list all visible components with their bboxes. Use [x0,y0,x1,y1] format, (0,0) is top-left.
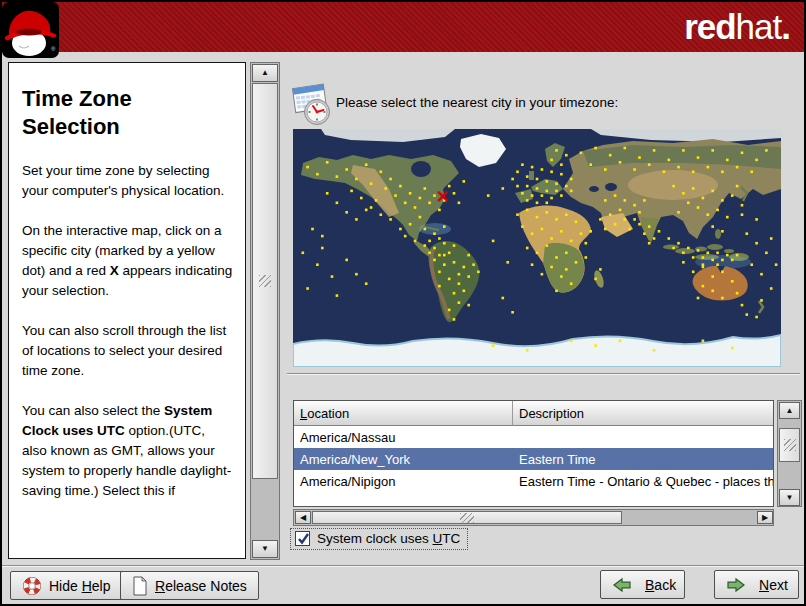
list-scroll-up-arrow-icon[interactable]: ▲ [779,402,800,419]
timezone-location: America/New_York [294,452,513,467]
help-scroll-up-arrow-icon[interactable]: ▲ [252,64,278,82]
help-title: Time Zone Selection [22,85,233,141]
help-scrollbar[interactable]: ▲ ▼ [250,62,280,560]
column-header-location-label: ocation [307,406,349,421]
help-panel: Time Zone Selection Set your time zone b… [8,62,246,559]
column-header-description-label: Description [519,406,584,421]
column-header-location[interactable]: Location [294,401,513,426]
installer-window: redhat. ® Time Zone Selection Set your t… [0,0,806,606]
release-notes-button[interactable]: Release Notes [120,571,259,600]
timezone-row[interactable]: America/NipigonEastern Time - Ontario & … [294,470,773,492]
list-scroll-left-arrow-icon[interactable]: ◀ [295,511,311,524]
world-map[interactable] [293,129,781,367]
timezone-row[interactable]: America/New_YorkEastern Time [294,448,773,470]
release-notes-label: Release Notes [155,578,247,594]
separator-line [287,373,800,375]
help-paragraph: You can also scroll through the list of … [22,321,233,381]
back-arrow-icon [612,577,632,593]
list-scroll-down-arrow-icon[interactable]: ▼ [779,489,800,506]
footer-separator [2,565,804,567]
timezone-description: Eastern Time [513,452,773,467]
timezone-clock-icon [287,82,333,130]
brand-bold: red [684,7,735,46]
back-button[interactable]: Back [600,570,685,599]
list-hscrollbar-thumb[interactable] [312,511,622,524]
utc-checkbox[interactable] [295,531,310,546]
brand-dot: . [781,7,790,46]
next-arrow-icon [726,577,746,593]
back-label: Back [645,577,676,593]
help-scroll-down-arrow-icon[interactable]: ▼ [252,540,278,558]
column-header-description[interactable]: Description [513,401,773,426]
timezone-location: America/Nipigon [294,474,513,489]
timezone-description: Eastern Time - Ontario & Quebec - places… [513,474,773,489]
timezone-list: Location Description America/NassauAmeri… [293,400,774,507]
timezone-location: America/Nassau [294,430,513,445]
timezone-row[interactable]: America/Nassau [294,426,773,448]
timezone-rows: America/NassauAmerica/New_YorkEastern Ti… [294,426,773,492]
utc-checkbox-row[interactable]: System clock uses UTC [290,528,468,550]
redhat-shadowman-icon: ® [2,2,60,59]
redhat-wordmark: redhat. [684,5,790,49]
utc-checkbox-label: System clock uses UTC [317,531,460,546]
help-paragraph: On the interactive map, click on a speci… [22,221,233,301]
help-paragraph: You can also select the System Clock use… [22,401,233,501]
help-paragraphs: Set your time zone by selecting your com… [22,161,233,501]
help-scrollbar-thumb[interactable] [252,83,278,479]
svg-text:®: ® [51,46,56,52]
hide-help-label: Hide Help [49,578,111,594]
life-buoy-icon [22,576,42,596]
brand-light: hat [736,7,782,46]
list-scroll-right-arrow-icon[interactable]: ▶ [757,511,773,524]
help-paragraph: Set your time zone by selecting your com… [22,161,233,201]
list-hscrollbar[interactable]: ◀ ▶ [293,509,774,526]
prompt-text: Please select the nearest city in your t… [336,95,618,110]
hide-help-button[interactable]: Hide Help [10,571,123,600]
list-vscrollbar-thumb[interactable] [779,428,800,462]
next-label: Next [759,577,788,593]
document-icon [132,576,148,596]
list-vscrollbar[interactable]: ▲ ▼ [777,400,802,507]
title-banner: redhat. [2,2,804,52]
next-button[interactable]: Next [714,570,799,599]
checkmark-icon [296,531,311,547]
timezone-list-header: Location Description [294,401,773,426]
